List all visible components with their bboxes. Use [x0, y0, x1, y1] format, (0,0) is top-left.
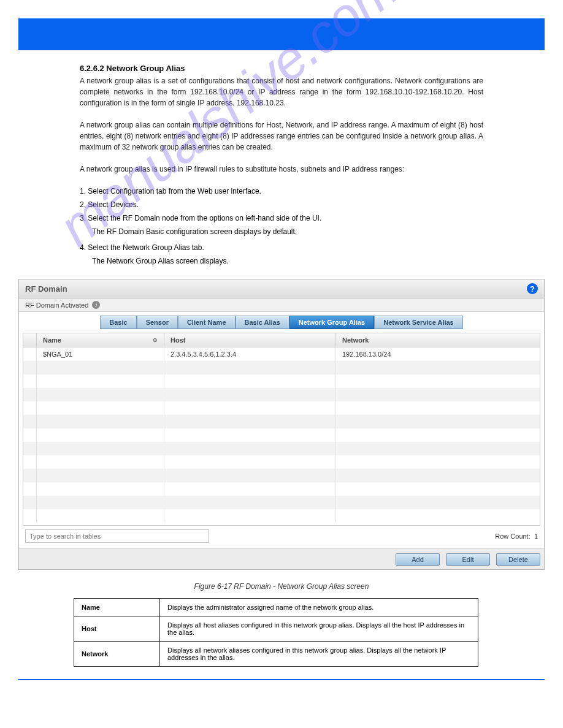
cell-name: $NGA_01: [37, 347, 164, 361]
description-table: Name Displays the administrator assigned…: [74, 598, 478, 667]
desc-row-name: Name Displays the administrator assigned…: [74, 599, 478, 616]
rf-domain-panel: RF Domain ? RF Domain Activated i Basic …: [18, 279, 545, 570]
step-3-sub: The RF Domain Basic configuration screen…: [92, 226, 483, 237]
row-count-label: Row Count:: [495, 533, 530, 540]
bottom-rule: [18, 679, 545, 680]
table-row-empty: [23, 509, 540, 523]
table-row-empty: [23, 455, 540, 469]
step-4: 4. Select the Network Group Alias tab.: [80, 242, 483, 253]
section-heading: 6.2.6.2 Network Group Alias: [80, 64, 483, 73]
step-2: 2. Select Devices.: [80, 199, 483, 210]
add-button[interactable]: Add: [396, 553, 440, 566]
help-icon[interactable]: ?: [527, 283, 538, 294]
info-icon[interactable]: i: [92, 301, 100, 309]
table-row-empty: [23, 496, 540, 509]
figure-caption: Figure 6-17 RF Domain - Network Group Al…: [0, 582, 563, 591]
cell-host: 2.3.4.5,3.4.5.6,1.2.3.4: [164, 347, 336, 361]
table-row[interactable]: $NGA_01 2.3.4.5,3.4.5.6,1.2.3.4 192.168.…: [23, 347, 540, 361]
col-host-header[interactable]: Host: [164, 333, 336, 347]
tab-network-service-alias[interactable]: Network Service Alias: [374, 316, 463, 329]
tab-basic[interactable]: Basic: [100, 316, 136, 329]
col-name-label: Name: [43, 336, 61, 344]
step-1: 1. Select Configuration tab from the Web…: [80, 186, 483, 197]
alias-table: Name ⊙ Host Network $NGA_01 2.3.4.5,3.4.…: [23, 333, 540, 526]
tab-network-group-alias[interactable]: Network Group Alias: [289, 316, 374, 329]
col-network-header[interactable]: Network: [336, 333, 540, 347]
tab-row: Basic Sensor Client Name Basic Alias Net…: [23, 316, 540, 329]
search-input[interactable]: [25, 529, 209, 543]
intro-paragraph-1: A network group alias is a set of config…: [80, 75, 483, 108]
desc-text-network: Displays all network aliases configured …: [160, 642, 478, 667]
panel-title: RF Domain: [25, 284, 67, 294]
panel-subtitle-bar: RF Domain Activated i: [19, 298, 544, 312]
panel-subtitle: RF Domain Activated: [25, 301, 88, 309]
table-row-empty: [23, 442, 540, 455]
table-row-empty: [23, 374, 540, 388]
desc-label-host: Host: [74, 616, 160, 642]
col-expand-header: [23, 333, 37, 347]
row-count: Row Count: 1: [495, 533, 538, 540]
table-row-empty: [23, 428, 540, 442]
table-row-empty: [23, 401, 540, 415]
panel-footer: Row Count: 1: [23, 526, 540, 544]
tab-client-name[interactable]: Client Name: [178, 316, 236, 329]
panel-body: Basic Sensor Client Name Basic Alias Net…: [19, 312, 544, 548]
table-body: $NGA_01 2.3.4.5,3.4.5.6,1.2.3.4 192.168.…: [23, 347, 540, 525]
row-expand[interactable]: [23, 347, 37, 361]
desc-label-name: Name: [74, 599, 160, 616]
table-row-empty: [23, 361, 540, 374]
desc-text-name: Displays the administrator assigned name…: [160, 599, 478, 616]
desc-label-network: Network: [74, 642, 160, 667]
sort-icon[interactable]: ⊙: [153, 337, 158, 343]
table-row-empty: [23, 388, 540, 401]
tab-sensor[interactable]: Sensor: [137, 316, 178, 329]
page-header-bar: [18, 18, 545, 50]
tab-basic-alias[interactable]: Basic Alias: [236, 316, 289, 329]
table-row-empty: [23, 482, 540, 496]
delete-button[interactable]: Delete: [496, 553, 540, 566]
step-4-sub: The Network Group Alias screen displays.: [92, 256, 483, 267]
panel-titlebar: RF Domain ?: [19, 279, 544, 298]
desc-text-host: Displays all host aliases configured in …: [160, 616, 478, 642]
intro-paragraph-2: A network group alias can contain multip…: [80, 119, 483, 153]
col-name-header[interactable]: Name ⊙: [37, 333, 164, 347]
edit-button[interactable]: Edit: [446, 553, 490, 566]
table-row-empty: [23, 469, 540, 482]
desc-row-host: Host Displays all host aliases configure…: [74, 616, 478, 642]
cell-network: 192.168.13.0/24: [336, 347, 540, 361]
intro-paragraph-3: A network group alias is used in IP fire…: [80, 164, 483, 175]
step-list: 1. Select Configuration tab from the Web…: [80, 186, 483, 267]
table-header: Name ⊙ Host Network: [23, 333, 540, 347]
step-3: 3. Select the RF Domain node from the op…: [80, 213, 483, 224]
desc-row-network: Network Displays all network aliases con…: [74, 642, 478, 667]
button-row: Add Edit Delete: [19, 548, 544, 569]
row-count-value: 1: [534, 533, 538, 540]
table-row-empty: [23, 415, 540, 428]
